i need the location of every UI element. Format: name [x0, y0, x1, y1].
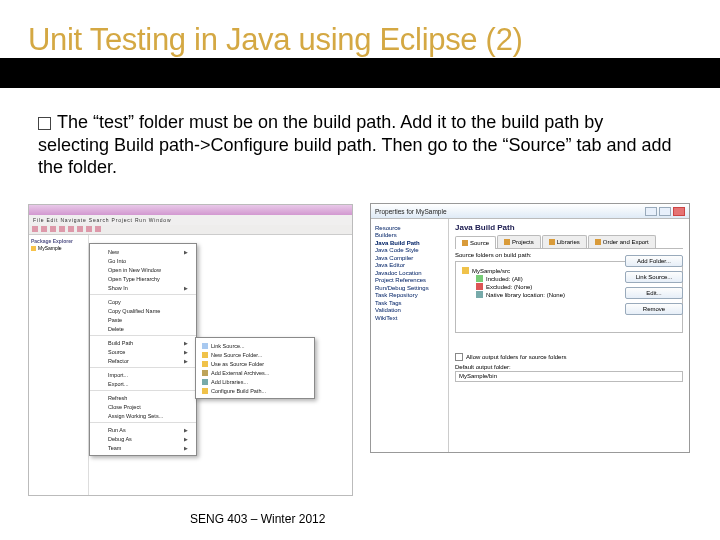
tab-libraries[interactable]: Libraries: [542, 235, 587, 248]
package-explorer: Package Explorer MySample: [29, 235, 89, 495]
menu-item[interactable]: Refactor▶: [90, 356, 196, 365]
nav-item[interactable]: Java Code Style: [375, 247, 444, 253]
close-icon[interactable]: [673, 207, 685, 216]
button[interactable]: Add Folder...: [625, 255, 683, 267]
bullet-box: [38, 117, 51, 130]
button[interactable]: Remove: [625, 303, 683, 315]
menu-item[interactable]: Run As▶: [90, 425, 196, 434]
nav-item[interactable]: Javadoc Location: [375, 270, 444, 276]
submenu-item[interactable]: Use as Source Folder: [196, 359, 314, 368]
menu-item[interactable]: Close Project: [90, 402, 196, 411]
nav-item[interactable]: Java Compiler: [375, 255, 444, 261]
tab-source[interactable]: Source: [455, 236, 496, 249]
submenu-item[interactable]: New Source Folder...: [196, 350, 314, 359]
slide-title: Unit Testing in Java using Eclipse (2): [28, 22, 523, 58]
menu-item[interactable]: Debug As▶: [90, 434, 196, 443]
buildpath-submenu[interactable]: Link Source...New Source Folder...Use as…: [195, 337, 315, 399]
menu-item[interactable]: Paste: [90, 315, 196, 324]
menu-item[interactable]: Build Path▶: [90, 338, 196, 347]
menu-item[interactable]: Delete: [90, 324, 196, 333]
properties-titlebar: Properties for MySample: [371, 204, 689, 219]
menu-item[interactable]: Team▶: [90, 443, 196, 452]
default-output-label: Default output folder:: [455, 364, 683, 370]
menu-item[interactable]: New▶: [90, 247, 196, 256]
menu-item[interactable]: Import...: [90, 370, 196, 379]
tab-projects[interactable]: Projects: [497, 235, 541, 248]
tabs[interactable]: SourceProjectsLibrariesOrder and Export: [455, 235, 683, 249]
context-menu[interactable]: New▶Go IntoOpen in New WindowOpen Type H…: [89, 243, 197, 456]
minimize-icon[interactable]: [645, 207, 657, 216]
nav-item[interactable]: WikiText: [375, 315, 444, 321]
nav-item[interactable]: Run/Debug Settings: [375, 285, 444, 291]
menu-item[interactable]: Open Type Hierarchy: [90, 274, 196, 283]
menu-item[interactable]: Refresh: [90, 393, 196, 402]
menu-item[interactable]: Show In▶: [90, 283, 196, 292]
submenu-item[interactable]: Add External Archives...: [196, 368, 314, 377]
nav-item[interactable]: Task Repository: [375, 292, 444, 298]
nav-item[interactable]: Project References: [375, 277, 444, 283]
menu-item[interactable]: Export...: [90, 379, 196, 388]
submenu-item[interactable]: Configure Build Path...: [196, 386, 314, 395]
properties-dialog: Properties for MySample ResourceBuilders…: [370, 203, 690, 453]
default-output-field[interactable]: MySample/bin: [455, 371, 683, 382]
button[interactable]: Edit...: [625, 287, 683, 299]
slide-body: The “test” folder must be on the build p…: [38, 111, 678, 179]
panel-heading: Java Build Path: [455, 223, 683, 232]
menu-item[interactable]: Go Into: [90, 256, 196, 265]
nav-item[interactable]: Java Build Path: [375, 240, 444, 246]
button-column: Add Folder...Link Source...Edit...Remove: [625, 255, 683, 315]
menu-item[interactable]: Source▶: [90, 347, 196, 356]
menu-item[interactable]: Open in New Window: [90, 265, 196, 274]
properties-nav[interactable]: ResourceBuildersJava Build PathJava Code…: [371, 219, 449, 452]
nav-item[interactable]: Builders: [375, 232, 444, 238]
footer: SENG 403 – Winter 2012: [190, 512, 325, 526]
eclipse-toolbar: [29, 225, 352, 235]
tab-order and export[interactable]: Order and Export: [588, 235, 656, 248]
submenu-item[interactable]: Link Source...: [196, 341, 314, 350]
window-buttons[interactable]: [645, 207, 685, 216]
allow-output-checkbox[interactable]: Allow output folders for source folders: [455, 353, 683, 361]
nav-item[interactable]: Task Tags: [375, 300, 444, 306]
button[interactable]: Link Source...: [625, 271, 683, 283]
maximize-icon[interactable]: [659, 207, 671, 216]
submenu-item[interactable]: Add Libraries...: [196, 377, 314, 386]
menu-item[interactable]: Copy: [90, 297, 196, 306]
menu-item[interactable]: Assign Working Sets...: [90, 411, 196, 420]
nav-item[interactable]: Validation: [375, 307, 444, 313]
nav-item[interactable]: Resource: [375, 225, 444, 231]
eclipse-screenshot: File Edit Navigate Search Project Run Wi…: [28, 204, 353, 496]
eclipse-menubar: File Edit Navigate Search Project Run Wi…: [29, 215, 352, 225]
eclipse-titlebar: [29, 205, 352, 215]
nav-item[interactable]: Java Editor: [375, 262, 444, 268]
menu-item[interactable]: Copy Qualified Name: [90, 306, 196, 315]
